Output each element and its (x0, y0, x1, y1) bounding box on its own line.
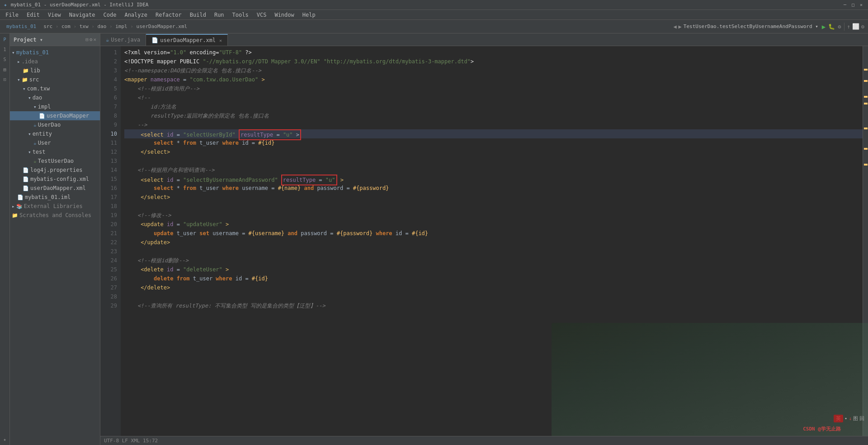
menu-window[interactable]: Window (271, 11, 297, 19)
code-line-18 (124, 202, 863, 211)
code-span: > (226, 266, 229, 273)
menu-code[interactable]: Code (100, 11, 120, 19)
menu-vcs[interactable]: VCS (253, 11, 270, 19)
title-text: mybatis_01 - userDaoMapper.xml - Intelli… (11, 2, 149, 8)
close-button[interactable]: ✕ (858, 2, 864, 8)
menu-bar: File Edit View Navigate Code Analyze Ref… (0, 10, 868, 20)
more-run-options[interactable]: ⚙ (838, 24, 841, 30)
line-num-3: 3 (100, 66, 117, 75)
maximize-button[interactable]: □ (850, 2, 856, 8)
menu-analyze[interactable]: Analyze (121, 11, 151, 19)
vcs-icon[interactable]: ↑ (847, 24, 850, 30)
menu-refactor[interactable]: Refactor (152, 11, 185, 19)
tree-root[interactable]: ▾ mybatis_01 (10, 48, 100, 57)
code-line-9: --> (124, 120, 863, 129)
sidebar-icon-2[interactable]: 1 (1, 45, 9, 53)
menu-tools[interactable]: Tools (229, 11, 252, 19)
nav-forward-icon[interactable]: ▶ (679, 24, 682, 30)
project-header-title: Project ▾ (14, 37, 43, 43)
sidebar-icon-project[interactable]: P (1, 35, 9, 43)
tree-lib-label: lib (30, 67, 40, 74)
tree-iml[interactable]: 📄 mybatis_01.iml (10, 193, 100, 202)
tree-dao[interactable]: ▾ dao (10, 93, 100, 102)
code-span (124, 230, 151, 237)
code-span: set (199, 230, 209, 237)
tree-impl-label: impl (38, 104, 51, 110)
code-span: <!-- (124, 95, 151, 101)
gear-icon[interactable]: ⚙ (90, 37, 93, 43)
menu-edit[interactable]: Edit (23, 11, 43, 19)
collapse-all-icon[interactable]: ⊟ (85, 37, 89, 43)
line-num-16: 16 (100, 184, 117, 193)
code-line-4: <mapper namespace = "com.txw.dao.UserDao… (124, 75, 863, 84)
menu-file[interactable]: File (2, 11, 22, 19)
code-span: = (177, 266, 180, 273)
code-span: <mapper (124, 76, 147, 83)
sogou-img[interactable]: 图 (853, 415, 858, 422)
line-num-10: 10 (100, 129, 117, 138)
code-area[interactable]: <?xml version="1.0" encoding="UTF-8" ?> … (121, 46, 863, 436)
tree-iml-label: mybatis_01.iml (25, 194, 71, 200)
margin-mark-7 (864, 164, 868, 166)
sidebar-icon-favorites[interactable]: ★ (1, 435, 9, 443)
project-selector[interactable]: mybatis_01 (4, 23, 39, 30)
tab-user-java[interactable]: ☕ User.java (100, 34, 146, 46)
code-span: #{name} (278, 185, 301, 191)
menu-navigate[interactable]: Navigate (66, 11, 99, 19)
code-line-25: <delete id = "deleteUser" > (124, 265, 863, 274)
app-icon: ✦ (4, 1, 7, 8)
code-span: #{id} (258, 140, 274, 146)
code-span: <!--根据id查询用户--> (124, 85, 199, 92)
tree-src[interactable]: ▾ 📁 src (10, 75, 100, 84)
run-button[interactable]: ▶ (822, 23, 826, 30)
code-span (124, 149, 137, 155)
code-span: from (183, 185, 196, 191)
sidebar-icon-4[interactable]: ▤ (1, 65, 9, 73)
hide-panel-icon[interactable]: ✕ (93, 37, 96, 43)
tree-mybatis-config[interactable]: 📄 mybatis-config.xml (10, 175, 100, 184)
tree-log4j[interactable]: 📄 log4j.properties (10, 166, 100, 175)
sogou-mic[interactable]: ↓ (849, 416, 852, 421)
code-span: --> (124, 122, 147, 128)
settings-icon[interactable]: ⚙ (861, 24, 864, 30)
code-span: <!--根据用户名和密码查询--> (124, 167, 214, 173)
tree-src-mapper[interactable]: 📄 userDaoMapper.xml (10, 184, 100, 193)
menu-build[interactable]: Build (186, 11, 210, 19)
tree-testuserdao[interactable]: ☕ TestUserDao (10, 156, 100, 166)
menu-view[interactable]: View (44, 11, 65, 19)
code-span: * (177, 140, 183, 146)
tree-impl[interactable]: ▾ impl (10, 102, 100, 111)
minimize-button[interactable]: ─ (842, 2, 848, 8)
iml-icon: 📄 (17, 194, 24, 200)
code-line-3: <!--namespace:DAO接口的全限定名 包名.接口名--> (124, 66, 863, 75)
margin-mark-4 (864, 103, 868, 104)
menu-help[interactable]: Help (299, 11, 319, 19)
tree-lib[interactable]: 📁 lib (10, 66, 100, 75)
sidebar-icon-structure[interactable]: S (1, 55, 9, 63)
tree-ext-libs[interactable]: ▸ 📚 External Libraries (10, 202, 100, 211)
tree-com-txw[interactable]: ▾ com.txw (10, 84, 100, 93)
tree-userdao[interactable]: ☕ UserDao (10, 120, 100, 129)
run-config-selector[interactable]: TestUserDao.testSelectByUsernameAndPassw… (684, 24, 818, 29)
menu-run[interactable]: Run (211, 11, 228, 19)
sidebar-icon-5[interactable]: ⊡ (1, 75, 9, 83)
line-num-22: 22 (100, 238, 117, 247)
tree-scratches[interactable]: 📁 Scratches and Consoles (10, 211, 100, 220)
tree-userdaomapper[interactable]: 📄 userDaoMapper (10, 111, 100, 120)
nav-back-icon[interactable]: ◀ (673, 24, 676, 30)
sogou-return[interactable]: 回 (859, 415, 864, 422)
toolbar: mybatis_01 src › com › txw › dao › impl … (0, 20, 868, 33)
sogou-lang[interactable]: 英 (834, 415, 843, 422)
build-icon[interactable]: ⬜ (852, 23, 859, 30)
code-span: t_user (177, 230, 200, 237)
tree-user[interactable]: ☕ User (10, 138, 100, 147)
tree-test[interactable]: ▾ test (10, 147, 100, 156)
debug-button[interactable]: 🐛 (828, 24, 835, 30)
code-span (124, 140, 151, 146)
code-span: t_user (193, 275, 216, 282)
tree-entity[interactable]: ▾ entity (10, 129, 100, 138)
code-line-27: </delete> (124, 283, 863, 292)
tab-userdaomapper-xml[interactable]: 📄 userDaoMapper.xml ✕ (146, 34, 228, 46)
tab-close-icon[interactable]: ✕ (219, 38, 222, 43)
tree-idea[interactable]: ▸ .idea (10, 57, 100, 66)
